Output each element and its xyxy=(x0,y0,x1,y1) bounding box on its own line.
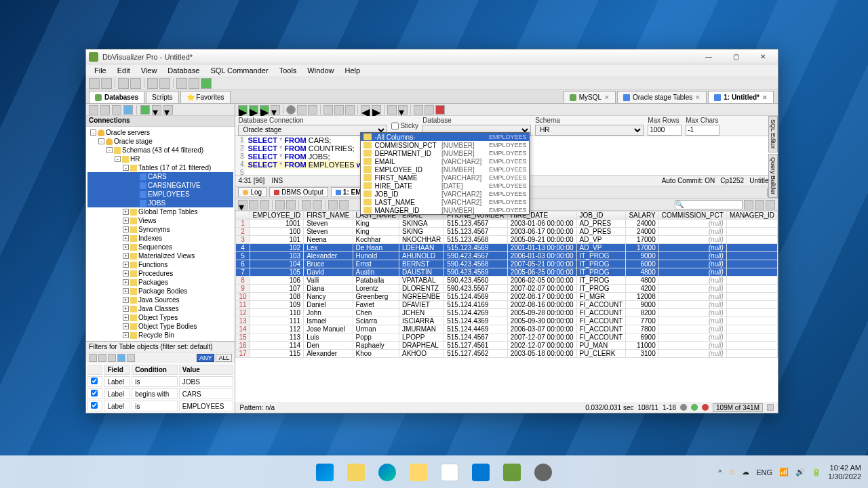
tab-connections[interactable]: Databases xyxy=(89,91,144,103)
table-row[interactable]: 6104BruceErnstBERNST590.423.45682007-05-… xyxy=(236,260,778,268)
menu-window[interactable]: Window xyxy=(302,66,339,75)
menu-sql-commander[interactable]: SQL Commander xyxy=(205,66,273,75)
bookmark-icon[interactable] xyxy=(147,78,158,89)
tree-node-package-bodies[interactable]: +Package Bodies xyxy=(87,287,233,296)
grid-view3-icon[interactable] xyxy=(766,200,775,209)
grid-view1-icon[interactable] xyxy=(744,200,753,209)
log-tab[interactable]: Log xyxy=(238,187,267,197)
grid-icon[interactable] xyxy=(176,78,187,89)
col-header-employee_id[interactable]: EMPLOYEE_ID xyxy=(250,211,304,220)
tree-toggle-icon[interactable]: - xyxy=(123,165,129,171)
nav-more-icon[interactable]: ▾ xyxy=(163,105,173,115)
grid-refresh-icon[interactable]: ▾ xyxy=(238,200,248,209)
nav-filter-icon[interactable] xyxy=(123,105,133,115)
table-row[interactable]: 7105DavidAustinDAUSTIN590.423.45692005-0… xyxy=(236,268,778,277)
maximize-button[interactable]: ▢ xyxy=(726,52,745,62)
grid-search-input[interactable] xyxy=(675,200,743,209)
table-row[interactable]: 9107DianaLorentzDLORENTZ590.423.55672007… xyxy=(236,285,778,293)
filter-add-icon[interactable] xyxy=(89,354,97,362)
table-row[interactable]: 10108NancyGreenbergNGREENBE515.124.45692… xyxy=(236,293,778,301)
execute-script-icon[interactable]: ▶ xyxy=(249,105,258,115)
execute-icon[interactable]: ▶ xyxy=(238,105,248,115)
filter-funnel-icon[interactable] xyxy=(117,354,125,362)
filter-any-button[interactable]: ANY xyxy=(197,354,215,362)
autocomplete-popup[interactable]: -All Columns-EMPLOYEESCOMMISSION_PCT[NUM… xyxy=(360,132,530,215)
col-header-commission_pct[interactable]: COMMISSION_PCT xyxy=(658,211,726,220)
tray-warning-icon[interactable]: ⚠ xyxy=(728,468,735,476)
system-tray[interactable]: ^ ⚠ ☁ ENG 📶 🔊 🔋 10:42 AM 1/30/2022 xyxy=(718,464,861,480)
tree-toggle-icon[interactable]: + xyxy=(123,297,129,303)
table-row[interactable]: 4102LexDe HaanLDEHAAN515.123.45692001-01… xyxy=(236,244,778,252)
table-row[interactable]: 3101NeenaKochharNKOCHHAR515.123.45682005… xyxy=(236,236,778,244)
sticky-checkbox[interactable] xyxy=(391,121,399,131)
save-as-icon[interactable] xyxy=(308,105,317,115)
schema-select[interactable]: HR xyxy=(535,125,644,136)
doc-tab-mysql[interactable]: MySQL✕ xyxy=(564,91,616,103)
tree-toggle-icon[interactable]: + xyxy=(123,226,129,232)
tray-language[interactable]: ENG xyxy=(756,468,772,476)
result-grid[interactable]: EMPLOYEE_IDFIRST_NAMELAST_NAMEEMAILPHONE… xyxy=(235,211,778,402)
minimize-button[interactable]: — xyxy=(699,52,718,62)
tree-node-indexes[interactable]: +Indexes xyxy=(87,234,233,243)
close-tab-icon[interactable]: ✕ xyxy=(604,94,610,101)
undo-icon[interactable] xyxy=(118,78,129,89)
start-button[interactable] xyxy=(311,459,338,486)
grid-view2-icon[interactable] xyxy=(755,200,764,209)
titlebar[interactable]: DbVisualizer Pro - Untitled* — ▢ ✕ xyxy=(86,49,778,64)
nav-tree-icon[interactable] xyxy=(112,105,121,115)
table-row[interactable]: 14112Jose ManuelUrmanJMURMAN515.124.4469… xyxy=(236,325,778,333)
col-header-rownum[interactable] xyxy=(236,211,250,220)
table-row[interactable]: 15113LuisPoppLPOPP515.124.45672007-12-07… xyxy=(236,333,778,342)
filter-refresh-icon[interactable] xyxy=(127,354,135,362)
tree-node-synonyms[interactable]: +Synonyms xyxy=(87,225,233,234)
col-header-manager_id[interactable]: MANAGER_ID xyxy=(726,211,777,220)
autocomplete-header[interactable]: -All Columns-EMPLOYEES xyxy=(361,133,529,141)
mail-icon[interactable] xyxy=(467,459,494,486)
tree-node-global-temp-tables[interactable]: +Global Temp Tables xyxy=(87,207,233,216)
view-grid-icon[interactable] xyxy=(414,105,423,115)
table-row[interactable]: 17115AlexanderKhooAKHOO515.127.45622003-… xyxy=(236,350,778,358)
close-tab-icon[interactable]: ✕ xyxy=(762,94,768,101)
cut-icon[interactable] xyxy=(323,105,333,115)
star-icon[interactable] xyxy=(159,78,170,89)
query-builder-side-tab[interactable]: Query Builder xyxy=(768,154,778,198)
tree-node-java-classes[interactable]: +Java Classes xyxy=(87,304,233,313)
tree-node-schemas----43-of-44-filtered-[interactable]: -Schemas (43 of 44 filtered) xyxy=(87,146,233,155)
table-row[interactable]: 8106ValliPataballaVPATABAL590.423.456020… xyxy=(236,277,778,285)
close-tab-icon[interactable]: ✕ xyxy=(695,94,701,101)
tree-node-cars[interactable]: CARS xyxy=(87,172,233,181)
run-icon[interactable] xyxy=(201,78,212,89)
maxrows-input[interactable] xyxy=(648,125,682,136)
tree-node-employees[interactable]: EMPLOYEES xyxy=(87,190,233,199)
tree-node-procedures[interactable]: +Procedures xyxy=(87,269,233,278)
prev-icon[interactable]: ◀ xyxy=(361,105,370,115)
grid-last-icon[interactable] xyxy=(313,200,322,209)
tree-node-oracle-stage[interactable]: -Oracle stage xyxy=(87,137,233,146)
next-icon[interactable]: ▶ xyxy=(372,105,381,115)
tree-toggle-icon[interactable]: + xyxy=(123,253,129,259)
tree-toggle-icon[interactable]: - xyxy=(90,129,96,136)
open-icon[interactable] xyxy=(101,78,112,89)
nav-dropdown-icon[interactable]: ▾ xyxy=(152,105,161,115)
table-row[interactable]: 12110JohnChenJCHEN515.124.42692005-09-28… xyxy=(236,309,778,317)
tree-toggle-icon[interactable]: + xyxy=(123,279,129,285)
paste-icon[interactable] xyxy=(345,105,355,115)
tree-node-hr[interactable]: -HR xyxy=(87,155,233,163)
tree-toggle-icon[interactable]: + xyxy=(123,235,129,241)
tree-node-views[interactable]: +Views xyxy=(87,216,233,225)
tree-node-tables----17-of-21-filtered-[interactable]: -Tables (17 of 21 filtered) xyxy=(87,163,233,172)
explorer-icon[interactable] xyxy=(342,459,370,486)
view-stop-icon[interactable] xyxy=(435,105,445,115)
files-icon[interactable] xyxy=(405,459,432,486)
filter-checkbox[interactable] xyxy=(91,378,98,384)
menu-database[interactable]: Database xyxy=(162,66,205,75)
nav-refresh-icon[interactable] xyxy=(140,105,150,115)
wrap-icon[interactable] xyxy=(387,105,397,115)
autocomplete-item-job_id[interactable]: JOB_ID[VARCHAR2]EMPLOYEES xyxy=(361,190,529,198)
gc-icon[interactable] xyxy=(767,404,774,411)
settings-dropdown-icon[interactable]: ▾ xyxy=(398,105,408,115)
tree-toggle-icon[interactable]: + xyxy=(123,323,129,329)
filter-row[interactable]: LabelisJOBS xyxy=(87,376,233,387)
tree-node-packages[interactable]: +Packages xyxy=(87,278,233,287)
tray-battery-icon[interactable]: 🔋 xyxy=(812,468,821,476)
